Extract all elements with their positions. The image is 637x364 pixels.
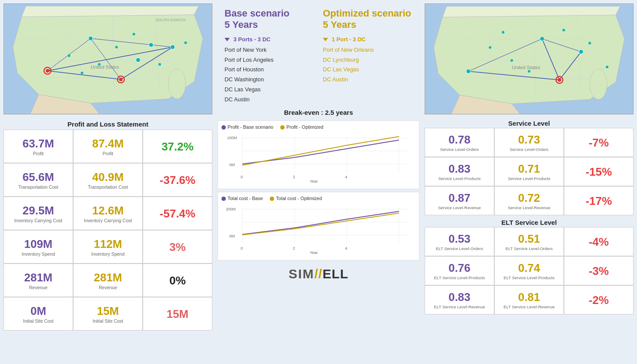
sl-orders-base: 0.78 Service Level-Orders [425, 128, 494, 157]
site-base-label: Initial Site Cost [23, 318, 54, 324]
svg-point-28 [133, 33, 135, 35]
svg-point-30 [184, 41, 187, 44]
svg-point-82 [528, 70, 530, 73]
trans-opt-label: Transportation Cost [88, 184, 128, 190]
chart-section: Break-even : 2.5 years Profit - Base sce… [216, 107, 421, 331]
elt-products-base: 0.76 ELT Service Level-Products [425, 257, 494, 285]
pnl-cell-profit-pct: 37.2% [143, 130, 212, 163]
pnl-grid: 63.7M Profit 87.4M Profit 37.2% 65.6M Tr… [3, 130, 212, 331]
svg-text:0M: 0M [229, 163, 235, 167]
trans-base-label: Transportation Cost [18, 184, 58, 190]
opt-scenario-box: Optimized scenario 5 Years 1 Port - 3 DC… [323, 8, 412, 104]
sl-revenue-base-label: Service Level-Revenue [438, 205, 481, 210]
svg-point-86 [502, 31, 504, 33]
svg-text:0: 0 [241, 175, 243, 179]
svg-point-27 [80, 72, 83, 74]
trans-opt-value: 40.9M [92, 171, 124, 184]
sl-revenue-base-val: 0.87 [449, 192, 471, 204]
profit-base-value: 63.7M [23, 137, 54, 150]
svg-point-80 [489, 46, 491, 49]
center-column: Base scenario 5 Years 3 Ports - 3 DC Por… [216, 3, 421, 331]
elt-revenue-pct: -2% [564, 286, 633, 314]
icc-opt-value: 12.6M [92, 204, 124, 217]
elt-service-level-grid: 0.53 ELT Service Level-Orders 0.51 ELT S… [425, 227, 634, 314]
svg-text:2: 2 [293, 175, 295, 179]
elt-products-base-val: 0.76 [449, 262, 471, 274]
pnl-cell-rev-pct: 0% [143, 264, 212, 297]
icc-opt-label: Inventory Carrying Cost [84, 218, 132, 223]
svg-text:United States: United States [512, 65, 540, 70]
elt-revenue-opt: 0.81 ELT Service Level-Revenue [495, 286, 563, 314]
rev-base-value: 281M [24, 271, 52, 284]
base-item-4: DC Las Vegas [225, 85, 314, 94]
sl-products-pct-val: -15% [586, 166, 612, 178]
opt-item-0: Port of New Orleans [323, 46, 412, 55]
opt-ports-label: 1 Port - 3 DC [332, 36, 365, 43]
elt-orders-opt-val: 0.51 [518, 233, 540, 245]
site-pct-value: 15M [167, 308, 189, 321]
elt-revenue-base: 0.83 ELT Service Level-Revenue [425, 286, 494, 314]
svg-text:4: 4 [345, 175, 347, 179]
pnl-cell-is-base: 109M Inventory Spend [4, 230, 73, 263]
svg-point-87 [590, 69, 607, 100]
elt-orders-base: 0.53 ELT Service Level-Orders [425, 227, 494, 256]
base-item-3: DC Washington [225, 75, 314, 84]
totalcost-chart: Total cost - Base Total cost - Optimized… [218, 192, 419, 260]
pnl-cell-rev-opt: 281M Revenue [74, 264, 142, 297]
left-column: United States SOUTH DAKOTA Profit and Lo… [3, 3, 212, 331]
profit-base-label: Profit [33, 151, 44, 156]
elt-revenue-base-val: 0.83 [449, 291, 471, 304]
map-left: United States SOUTH DAKOTA [3, 3, 212, 114]
rev-opt-value: 281M [94, 271, 122, 284]
rev-opt-label: Revenue [99, 285, 117, 290]
is-base-label: Inventory Spend [22, 251, 55, 257]
base-item-1: Port of Los Angeles [225, 56, 314, 65]
svg-point-21 [88, 36, 93, 40]
site-opt-value: 15M [97, 305, 119, 317]
svg-point-84 [606, 66, 608, 68]
svg-point-77 [579, 50, 583, 54]
rev-pct-value: 0% [169, 274, 186, 287]
trans-base-value: 65.6M [23, 171, 54, 184]
svg-point-76 [558, 78, 561, 82]
svg-point-79 [540, 37, 544, 41]
elt-service-level-title: ELT Service Level [425, 217, 634, 227]
sl-revenue-opt-label: Service Level-Revenue [508, 205, 550, 210]
svg-text:United States: United States [91, 64, 119, 70]
elt-orders-pct: -4% [564, 227, 633, 256]
sl-orders-opt: 0.73 Service Level-Orders [495, 128, 563, 157]
svg-text:2: 2 [293, 246, 295, 250]
sl-products-base: 0.83 Service Level-Products [425, 157, 494, 186]
icc-base-value: 29.5M [23, 204, 54, 217]
opt-item-3: DC Austin [323, 75, 412, 84]
dashboard: United States SOUTH DAKOTA Profit and Lo… [0, 0, 637, 364]
sl-orders-pct-val: -7% [589, 137, 609, 149]
profit-opt-label: Profit [103, 151, 114, 156]
breakeven-title: Break-even : 2.5 years [216, 107, 421, 118]
is-base-value: 109M [24, 238, 52, 250]
sl-revenue-pct-val: -17% [586, 195, 612, 207]
svg-point-29 [158, 63, 161, 66]
pnl-section: Profit and Loss Statement 63.7M Profit 8… [3, 118, 212, 331]
sl-products-base-val: 0.83 [449, 163, 471, 175]
pnl-cell-rev-base: 281M Revenue [4, 264, 73, 297]
sl-orders-base-val: 0.78 [449, 134, 471, 146]
opt-scenario-title: Optimized scenario 5 Years [323, 8, 412, 31]
base-item-5: DC Austin [225, 95, 314, 104]
svg-point-26 [115, 46, 118, 48]
svg-point-78 [466, 69, 471, 73]
svg-text:SOUTH DAKOTA: SOUTH DAKOTA [155, 18, 186, 22]
elt-revenue-opt-val: 0.81 [518, 291, 540, 304]
pnl-cell-profit-base: 63.7M Profit [4, 130, 73, 163]
pnl-cell-trans-base: 65.6M Transportation Cost [4, 164, 73, 196]
sl-revenue-pct: -17% [564, 187, 633, 215]
sl-orders-base-label: Service Level-Orders [440, 147, 479, 152]
sl-orders-opt-val: 0.73 [518, 134, 540, 146]
svg-text:Year: Year [310, 250, 318, 255]
base-item-2: Port of Houston [225, 65, 314, 74]
svg-point-17 [46, 69, 49, 73]
totalcost-chart-legend: Total cost - Base Total cost - Optimized [221, 196, 416, 201]
sl-revenue-base: 0.87 Service Level-Revenue [425, 187, 494, 215]
base-scenario-box: Base scenario 5 Years 3 Ports - 3 DC Por… [225, 8, 314, 104]
svg-point-24 [68, 54, 70, 57]
